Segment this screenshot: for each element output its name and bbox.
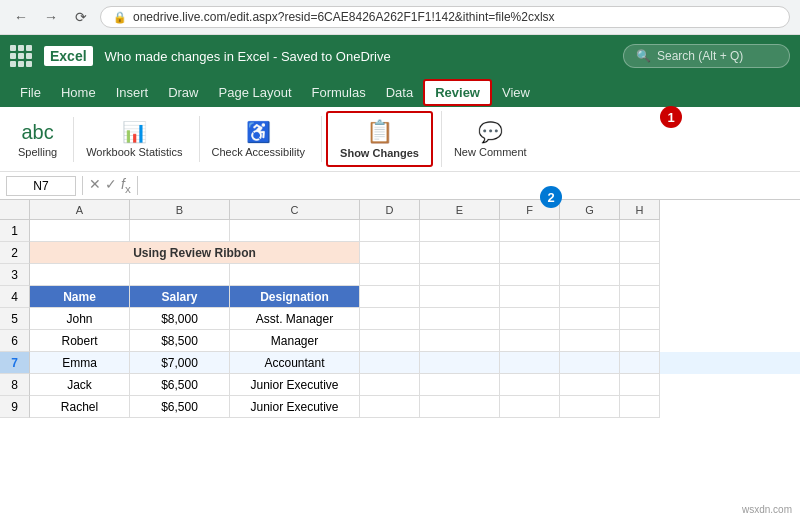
- cell-b3[interactable]: [30, 264, 130, 286]
- cell-e9[interactable]: [360, 396, 420, 418]
- cell-h6[interactable]: [560, 330, 620, 352]
- cell-g8[interactable]: [500, 374, 560, 396]
- menu-data[interactable]: Data: [376, 81, 423, 104]
- menu-view[interactable]: View: [492, 81, 540, 104]
- col-header-h[interactable]: H: [620, 200, 660, 220]
- search-box[interactable]: 🔍: [623, 44, 790, 68]
- menu-review[interactable]: Review: [423, 79, 492, 106]
- cell-f9[interactable]: [420, 396, 500, 418]
- refresh-button[interactable]: ⟳: [70, 6, 92, 28]
- cell-d1[interactable]: [230, 220, 360, 242]
- cell-b8[interactable]: Jack: [30, 374, 130, 396]
- cell-h2[interactable]: [560, 242, 620, 264]
- app-grid-icon[interactable]: [10, 45, 32, 67]
- cell-i1[interactable]: [620, 220, 660, 242]
- menu-home[interactable]: Home: [51, 81, 106, 104]
- cell-g4[interactable]: [500, 286, 560, 308]
- cell-f1[interactable]: [420, 220, 500, 242]
- cell-b7[interactable]: Emma: [30, 352, 130, 374]
- back-button[interactable]: ←: [10, 6, 32, 28]
- cell-h1[interactable]: [560, 220, 620, 242]
- col-header-d[interactable]: D: [360, 200, 420, 220]
- cell-i4[interactable]: [620, 286, 660, 308]
- cell-g2[interactable]: [500, 242, 560, 264]
- cell-e2[interactable]: [360, 242, 420, 264]
- cell-c5[interactable]: $8,000: [130, 308, 230, 330]
- cell-f5[interactable]: [420, 308, 500, 330]
- menu-insert[interactable]: Insert: [106, 81, 159, 104]
- cell-c9[interactable]: $6,500: [130, 396, 230, 418]
- cell-e5[interactable]: [360, 308, 420, 330]
- menu-formulas[interactable]: Formulas: [302, 81, 376, 104]
- workbook-stats-button[interactable]: 📊 Workbook Statistics: [78, 116, 190, 162]
- insert-function-icon[interactable]: fx: [121, 176, 131, 195]
- cell-g5[interactable]: [500, 308, 560, 330]
- cell-b1[interactable]: [30, 220, 130, 242]
- cell-h7[interactable]: [560, 352, 620, 374]
- col-header-g[interactable]: G: [560, 200, 620, 220]
- cancel-formula-icon[interactable]: ✕: [89, 176, 101, 195]
- cell-header-name[interactable]: Name: [30, 286, 130, 308]
- cell-d3[interactable]: [230, 264, 360, 286]
- cell-c8[interactable]: $6,500: [130, 374, 230, 396]
- new-comment-button[interactable]: 💬 New Comment: [446, 116, 535, 162]
- address-bar[interactable]: 🔒 onedrive.live.com/edit.aspx?resid=6CAE…: [100, 6, 790, 28]
- menu-file[interactable]: File: [10, 81, 51, 104]
- cell-e6[interactable]: [360, 330, 420, 352]
- cell-d7[interactable]: Accountant: [230, 352, 360, 374]
- cell-i3[interactable]: [620, 264, 660, 286]
- cell-c1[interactable]: [130, 220, 230, 242]
- cell-f4[interactable]: [420, 286, 500, 308]
- cell-h4[interactable]: [560, 286, 620, 308]
- col-header-e[interactable]: E: [420, 200, 500, 220]
- cell-h9[interactable]: [560, 396, 620, 418]
- cell-i6[interactable]: [620, 330, 660, 352]
- cell-e1[interactable]: [360, 220, 420, 242]
- cell-d6[interactable]: Manager: [230, 330, 360, 352]
- cell-i5[interactable]: [620, 308, 660, 330]
- formula-input[interactable]: [144, 176, 794, 195]
- cell-i9[interactable]: [620, 396, 660, 418]
- col-header-a[interactable]: A: [30, 200, 130, 220]
- cell-d8[interactable]: Junior Executive: [230, 374, 360, 396]
- cell-g3[interactable]: [500, 264, 560, 286]
- cell-b5[interactable]: John: [30, 308, 130, 330]
- search-input[interactable]: [657, 49, 777, 63]
- confirm-formula-icon[interactable]: ✓: [105, 176, 117, 195]
- cell-c7[interactable]: $7,000: [130, 352, 230, 374]
- menu-draw[interactable]: Draw: [158, 81, 208, 104]
- cell-f8[interactable]: [420, 374, 500, 396]
- cell-h5[interactable]: [560, 308, 620, 330]
- cell-i8[interactable]: [620, 374, 660, 396]
- check-accessibility-button[interactable]: ♿ Check Accessibility: [204, 116, 314, 162]
- cell-header-designation[interactable]: Designation: [230, 286, 360, 308]
- cell-f2[interactable]: [420, 242, 500, 264]
- cell-i2[interactable]: [620, 242, 660, 264]
- cell-f7[interactable]: [420, 352, 500, 374]
- cell-b9[interactable]: Rachel: [30, 396, 130, 418]
- cell-c3[interactable]: [130, 264, 230, 286]
- show-changes-button[interactable]: 📋 Show Changes: [326, 111, 433, 167]
- cell-g1[interactable]: [500, 220, 560, 242]
- forward-button[interactable]: →: [40, 6, 62, 28]
- title-cell[interactable]: Using Review Ribbon: [30, 242, 360, 264]
- cell-g9[interactable]: [500, 396, 560, 418]
- cell-h8[interactable]: [560, 374, 620, 396]
- cell-b6[interactable]: Robert: [30, 330, 130, 352]
- spelling-button[interactable]: abc Spelling: [10, 117, 65, 162]
- cell-h3[interactable]: [560, 264, 620, 286]
- cell-header-salary[interactable]: Salary: [130, 286, 230, 308]
- col-header-b[interactable]: B: [130, 200, 230, 220]
- cell-reference[interactable]: [6, 176, 76, 196]
- cell-e3[interactable]: [360, 264, 420, 286]
- cell-g6[interactable]: [500, 330, 560, 352]
- cell-d9[interactable]: Junior Executive: [230, 396, 360, 418]
- menu-page-layout[interactable]: Page Layout: [209, 81, 302, 104]
- cell-i7[interactable]: [620, 352, 660, 374]
- cell-f3[interactable]: [420, 264, 500, 286]
- cell-d5[interactable]: Asst. Manager: [230, 308, 360, 330]
- cell-e4[interactable]: [360, 286, 420, 308]
- cell-c6[interactable]: $8,500: [130, 330, 230, 352]
- cell-e8[interactable]: [360, 374, 420, 396]
- cell-f6[interactable]: [420, 330, 500, 352]
